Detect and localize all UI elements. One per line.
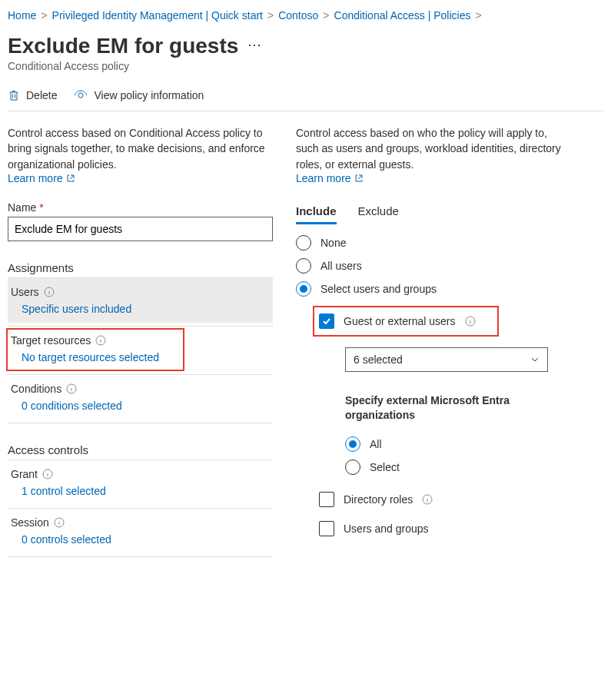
option-orgs-select-label: Select bbox=[370, 461, 400, 473]
external-link-icon bbox=[354, 174, 364, 183]
info-icon[interactable] bbox=[66, 383, 77, 394]
highlight-annotation bbox=[313, 306, 499, 337]
option-orgs-all[interactable]: All bbox=[345, 436, 561, 452]
session-label: Session bbox=[11, 516, 49, 529]
delete-button[interactable]: Delete bbox=[8, 89, 57, 101]
option-all-users[interactable]: All users bbox=[296, 258, 561, 274]
breadcrumb-sep: > bbox=[475, 9, 481, 22]
breadcrumb-pim[interactable]: Privileged Identity Management | Quick s… bbox=[52, 9, 263, 22]
conditions-link[interactable]: 0 conditions selected bbox=[11, 400, 267, 412]
breadcrumb-ca[interactable]: Conditional Access | Policies bbox=[334, 9, 471, 22]
users-link[interactable]: Specific users included bbox=[11, 303, 267, 315]
learn-more-right[interactable]: Learn more bbox=[296, 172, 364, 184]
checkbox-icon bbox=[319, 492, 334, 507]
checkbox-icon bbox=[319, 521, 334, 536]
external-link-icon bbox=[66, 174, 75, 183]
breadcrumb-sep: > bbox=[323, 9, 329, 22]
page-subtitle: Conditional Access policy bbox=[8, 60, 603, 72]
info-icon[interactable] bbox=[422, 494, 433, 505]
assignments-heading: Assignments bbox=[8, 261, 273, 274]
radio-icon bbox=[345, 436, 360, 452]
radio-icon bbox=[345, 459, 360, 475]
directory-roles-option[interactable]: Directory roles bbox=[319, 492, 561, 507]
delete-label: Delete bbox=[26, 89, 57, 101]
include-scope-group: None All users Select users and groups bbox=[296, 235, 561, 297]
dropdown-value: 6 selected bbox=[354, 353, 403, 366]
breadcrumb: Home > Privileged Identity Management | … bbox=[8, 6, 603, 29]
right-description: Control access based on who the policy w… bbox=[296, 125, 561, 172]
option-none-label: None bbox=[320, 237, 346, 249]
eye-icon bbox=[74, 89, 88, 101]
specify-orgs-heading: Specify external Microsoft Entra organiz… bbox=[345, 393, 561, 423]
view-info-button[interactable]: View policy information bbox=[74, 89, 204, 101]
access-controls-heading: Access controls bbox=[8, 443, 273, 456]
grant-item[interactable]: Grant 1 control selected bbox=[8, 460, 273, 505]
breadcrumb-sep: > bbox=[267, 9, 274, 22]
info-icon[interactable] bbox=[42, 469, 53, 479]
option-all-users-label: All users bbox=[320, 260, 362, 272]
users-item[interactable]: Users Specific users included bbox=[8, 278, 273, 323]
tab-exclude[interactable]: Exclude bbox=[358, 200, 399, 224]
tab-include[interactable]: Include bbox=[296, 200, 337, 224]
left-description: Control access based on Conditional Acce… bbox=[8, 125, 273, 172]
grant-label: Grant bbox=[11, 468, 38, 480]
breadcrumb-sep: > bbox=[41, 9, 47, 22]
session-item[interactable]: Session 0 controls selected bbox=[8, 509, 273, 553]
chevron-down-icon bbox=[530, 355, 540, 364]
info-icon[interactable] bbox=[54, 517, 65, 528]
page-title: Exclude EM for guests bbox=[8, 34, 238, 58]
more-actions-icon[interactable]: ⋯ bbox=[247, 36, 262, 56]
option-orgs-all-label: All bbox=[370, 438, 382, 450]
option-select-users-label: Select users and groups bbox=[320, 283, 437, 295]
radio-icon bbox=[296, 258, 311, 274]
option-none[interactable]: None bbox=[296, 235, 561, 250]
trash-icon bbox=[8, 89, 20, 101]
radio-icon bbox=[296, 281, 311, 297]
users-and-groups-label: Users and groups bbox=[344, 523, 429, 535]
orgs-scope-group: All Select bbox=[345, 436, 561, 475]
option-select-users[interactable]: Select users and groups bbox=[296, 281, 561, 297]
users-and-groups-option[interactable]: Users and groups bbox=[319, 521, 561, 536]
include-exclude-tabs: Include Exclude bbox=[296, 200, 561, 224]
view-info-label: View policy information bbox=[94, 89, 204, 101]
info-icon[interactable] bbox=[44, 287, 55, 297]
guest-types-dropdown[interactable]: 6 selected bbox=[345, 347, 548, 372]
radio-icon bbox=[296, 235, 311, 250]
users-label: Users bbox=[11, 286, 39, 298]
name-label: Name * bbox=[8, 201, 273, 214]
breadcrumb-home[interactable]: Home bbox=[8, 9, 36, 22]
policy-name-input[interactable] bbox=[8, 217, 273, 241]
conditions-label: Conditions bbox=[11, 383, 61, 395]
conditions-item[interactable]: Conditions 0 conditions selected bbox=[8, 375, 273, 420]
option-orgs-select[interactable]: Select bbox=[345, 459, 561, 475]
highlight-annotation bbox=[6, 328, 184, 371]
learn-more-left[interactable]: Learn more bbox=[8, 172, 75, 184]
grant-link[interactable]: 1 control selected bbox=[11, 485, 267, 497]
breadcrumb-contoso[interactable]: Contoso bbox=[278, 9, 318, 22]
session-link[interactable]: 0 controls selected bbox=[11, 533, 267, 546]
directory-roles-label: Directory roles bbox=[344, 493, 413, 506]
